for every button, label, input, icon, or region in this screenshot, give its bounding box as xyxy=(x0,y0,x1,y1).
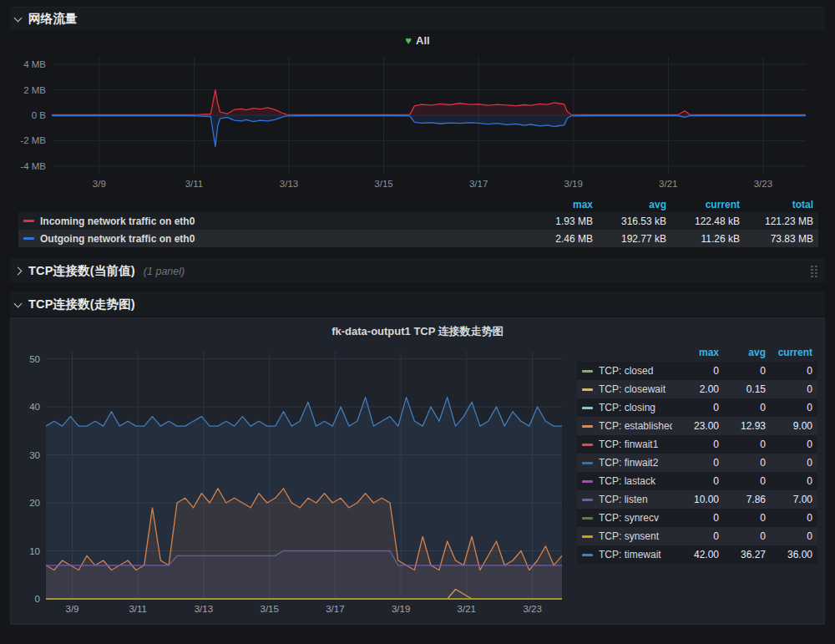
legend-value: 0 xyxy=(766,365,812,377)
legend-header: maxavgcurrenttotal xyxy=(18,197,818,212)
legend-value: 42.00 xyxy=(672,549,719,560)
svg-text:3/17: 3/17 xyxy=(326,604,344,614)
legend-value: 0 xyxy=(766,383,812,395)
svg-text:40: 40 xyxy=(29,402,40,412)
svg-text:2 MB: 2 MB xyxy=(23,85,46,95)
svg-text:10: 10 xyxy=(29,546,40,556)
row-header-network-traffic[interactable]: 网络流量 xyxy=(10,7,825,30)
svg-text:30: 30 xyxy=(29,450,40,460)
panel-title[interactable]: ♥All xyxy=(10,32,825,50)
legend-value: 121.23 MB xyxy=(740,216,813,227)
legend-row[interactable]: TCP: finwait2000 xyxy=(577,454,817,472)
svg-text:0 B: 0 B xyxy=(32,110,47,120)
svg-text:3/13: 3/13 xyxy=(195,604,213,614)
series-label[interactable]: Incoming network traffic on eth0 xyxy=(40,216,519,227)
legend-value: 0 xyxy=(719,530,766,542)
legend-col-current[interactable]: current xyxy=(666,199,740,210)
legend-value: 7.86 xyxy=(719,494,766,505)
legend-value: 0 xyxy=(719,457,766,469)
panel-title[interactable]: fk-data-output1 TCP 连接数走势图 xyxy=(18,323,817,342)
svg-text:3/23: 3/23 xyxy=(754,179,772,189)
series-label[interactable]: Outgoing network traffic on eth0 xyxy=(40,233,519,245)
legend-row[interactable]: TCP: synsent000 xyxy=(577,527,817,545)
series-color-dash xyxy=(582,425,593,428)
legend-value: 0 xyxy=(766,457,812,469)
legend-value: 0 xyxy=(672,512,719,524)
svg-text:3/21: 3/21 xyxy=(458,604,476,614)
svg-text:3/15: 3/15 xyxy=(261,604,279,614)
series-label[interactable]: TCP: closing xyxy=(599,402,672,413)
legend-col-max[interactable]: max xyxy=(519,199,593,210)
series-label[interactable]: TCP: closewait xyxy=(599,383,672,395)
legend-row[interactable]: TCP: established23.0012.939.00 xyxy=(577,417,817,435)
series-label[interactable]: TCP: lastack xyxy=(599,475,672,487)
legend-value: 0 xyxy=(766,475,812,487)
series-color-dash xyxy=(582,499,593,501)
legend-row[interactable]: TCP: finwait1000 xyxy=(577,435,817,454)
svg-text:3/21: 3/21 xyxy=(659,179,677,189)
legend-col-max[interactable]: max xyxy=(672,347,719,358)
series-color-dash xyxy=(582,407,593,409)
legend-value: 0 xyxy=(719,365,766,377)
svg-text:3/15: 3/15 xyxy=(374,179,392,189)
legend-value: 2.46 MB xyxy=(519,233,593,245)
row-header-tcp-current[interactable]: TCP连接数(当前值) (1 panel) xyxy=(10,259,825,282)
row-title: TCP连接数(走势图) xyxy=(28,297,135,312)
legend-value: 1.93 MB xyxy=(519,216,593,227)
svg-text:-4 MB: -4 MB xyxy=(20,161,46,171)
legend-row[interactable]: TCP: closing000 xyxy=(577,398,817,417)
legend-value: 0 xyxy=(672,365,719,377)
legend-value: 0 xyxy=(672,402,719,413)
series-label[interactable]: TCP: synrecv xyxy=(599,512,672,524)
legend-value: 0 xyxy=(672,530,719,542)
series-label[interactable]: TCP: closed xyxy=(599,365,672,377)
series-label[interactable]: TCP: listen xyxy=(599,494,672,505)
svg-text:3/11: 3/11 xyxy=(129,604,147,614)
legend-row[interactable]: Incoming network traffic on eth01.93 MB3… xyxy=(18,212,818,230)
legend-value: 23.00 xyxy=(672,420,719,432)
series-label[interactable]: TCP: timewait xyxy=(599,549,672,560)
legend-col-total[interactable]: total xyxy=(740,199,813,210)
series-color-dash xyxy=(582,370,593,373)
series-label[interactable]: TCP: synsent xyxy=(599,530,672,542)
legend-value: 36.00 xyxy=(766,549,812,560)
series-color-dash xyxy=(582,388,593,391)
legend-col-avg[interactable]: avg xyxy=(593,199,666,210)
legend-row[interactable]: Outgoing network traffic on eth02.46 MB1… xyxy=(18,230,818,247)
tcp-trend-legend: maxavgcurrentTCP: closed000TCP: closewai… xyxy=(577,343,817,564)
legend-value: 0 xyxy=(766,439,812,450)
heart-health-icon: ♥ xyxy=(405,34,412,47)
row-header-tcp-trend[interactable]: TCP连接数(走势图) xyxy=(10,292,825,316)
legend-header: maxavgcurrent xyxy=(577,343,817,362)
series-label[interactable]: TCP: established xyxy=(599,420,672,432)
drag-handle-icon[interactable] xyxy=(810,265,818,278)
legend-value: 0 xyxy=(672,439,719,450)
svg-text:20: 20 xyxy=(29,498,40,508)
legend-value: 7.00 xyxy=(766,494,812,505)
legend-value: 10.00 xyxy=(672,494,719,505)
panel-count-label: (1 panel) xyxy=(144,266,185,277)
legend-value: 2.00 xyxy=(672,383,719,395)
series-color-dash xyxy=(582,444,593,446)
row-title: 网络流量 xyxy=(28,11,78,27)
legend-value: 0 xyxy=(719,512,766,524)
svg-text:3/19: 3/19 xyxy=(564,179,583,189)
legend-col-current[interactable]: current xyxy=(766,347,812,358)
legend-row[interactable]: TCP: closewait2.000.150 xyxy=(577,380,817,398)
series-color-dash xyxy=(23,220,34,222)
dashboard: 网络流量 ♥All 4 MB2 MB0 B-2 MB-4 MB3/93/113/… xyxy=(0,0,835,625)
series-label[interactable]: TCP: finwait2 xyxy=(599,457,672,469)
series-color-dash xyxy=(23,237,34,240)
legend-row[interactable]: TCP: timewait42.0036.2736.00 xyxy=(577,545,817,564)
legend-row[interactable]: TCP: closed000 xyxy=(577,362,817,380)
tcp-trend-chart[interactable]: 010203040503/93/113/133/153/173/193/213/… xyxy=(18,342,569,617)
legend-row[interactable]: TCP: listen10.007.867.00 xyxy=(577,490,817,509)
series-label[interactable]: TCP: finwait1 xyxy=(599,439,672,450)
network-traffic-chart[interactable]: 4 MB2 MB0 B-2 MB-4 MB3/93/113/133/153/17… xyxy=(10,50,825,194)
svg-text:3/9: 3/9 xyxy=(66,604,79,614)
network-traffic-panel: ♥All 4 MB2 MB0 B-2 MB-4 MB3/93/113/133/1… xyxy=(10,30,825,247)
legend-col-avg[interactable]: avg xyxy=(719,347,766,358)
legend-row[interactable]: TCP: lastack000 xyxy=(577,472,817,490)
legend-value: 316.53 kB xyxy=(593,216,666,227)
legend-row[interactable]: TCP: synrecv000 xyxy=(577,509,817,527)
